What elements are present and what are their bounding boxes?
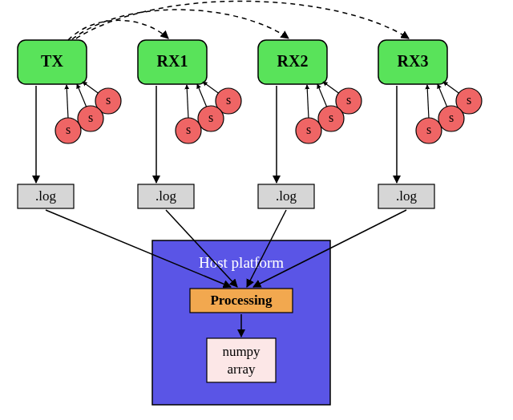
log-rx2: .log <box>258 184 314 208</box>
log-label: .log <box>276 188 297 204</box>
tx-node: TX <box>18 40 87 84</box>
sensor-label: s <box>467 93 471 107</box>
svg-line-20 <box>307 85 309 119</box>
log-label: .log <box>35 188 56 204</box>
rx1-label: RX1 <box>157 52 188 70</box>
sensor-label: s <box>426 123 431 136</box>
log-label: .log <box>156 188 176 204</box>
svg-line-22 <box>443 82 461 95</box>
svg-line-6 <box>77 84 87 107</box>
svg-line-8 <box>67 85 68 119</box>
svg-line-18 <box>317 84 327 107</box>
sensor-label: s <box>106 93 111 107</box>
rx3-label: RX3 <box>398 52 429 70</box>
log-rx1: .log <box>138 184 194 208</box>
numpy-label-1: numpy <box>222 344 261 359</box>
svg-line-16 <box>323 82 341 95</box>
sensor-label: s <box>346 93 351 107</box>
link-tx-rx1 <box>68 20 168 40</box>
rx2-label: RX2 <box>277 52 309 70</box>
rx1-node: RX1 <box>138 40 207 84</box>
svg-line-24 <box>438 84 447 107</box>
tx-label: TX <box>41 52 63 70</box>
sensor-label: s <box>186 123 191 136</box>
svg-line-26 <box>427 85 429 119</box>
link-tx-rx2 <box>72 10 289 39</box>
link-tx-rx3 <box>76 1 409 38</box>
rx2-node: RX2 <box>258 40 327 84</box>
rx3-node: RX3 <box>378 40 447 84</box>
svg-line-4 <box>83 82 100 95</box>
processing-label: Processing <box>210 293 273 308</box>
log-rx3: .log <box>378 184 434 208</box>
svg-line-10 <box>203 82 220 95</box>
sensor-label: s <box>329 111 333 124</box>
sensor-label: s <box>66 123 71 136</box>
sensor-label: s <box>208 111 213 124</box>
tx-sensors: s s s <box>55 82 121 143</box>
svg-line-12 <box>197 84 207 107</box>
numpy-label-2: array <box>228 361 256 377</box>
pipeline-diagram: TX RX1 RX2 RX3 s s s s s s <box>0 0 513 420</box>
rx3-sensors: s s s <box>416 82 482 143</box>
log-tx: .log <box>18 184 74 208</box>
sensor-label: s <box>88 111 93 124</box>
log-label: .log <box>396 188 417 204</box>
host-title: Host platform <box>199 254 284 271</box>
svg-line-14 <box>187 85 188 119</box>
sensor-label: s <box>449 111 454 124</box>
rx2-sensors: s s s <box>296 82 362 143</box>
sensor-label: s <box>306 123 311 136</box>
rx1-sensors: s s s <box>176 82 241 143</box>
sensor-label: s <box>226 93 231 107</box>
